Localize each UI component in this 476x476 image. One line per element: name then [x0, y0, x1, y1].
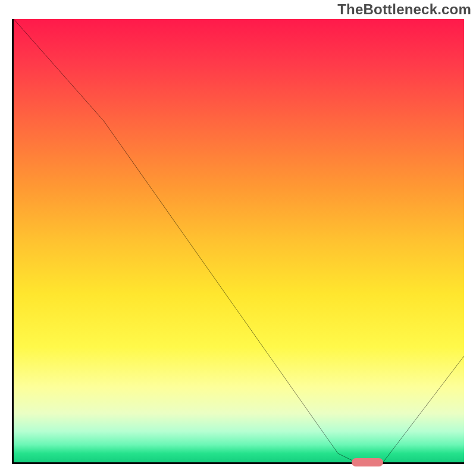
- chart-container: TheBottleneck.com: [0, 0, 476, 476]
- bottleneck-curve: [14, 19, 464, 462]
- watermark-text: TheBottleneck.com: [337, 1, 471, 18]
- plot-area: [12, 19, 464, 464]
- optimal-range-marker: [352, 458, 383, 466]
